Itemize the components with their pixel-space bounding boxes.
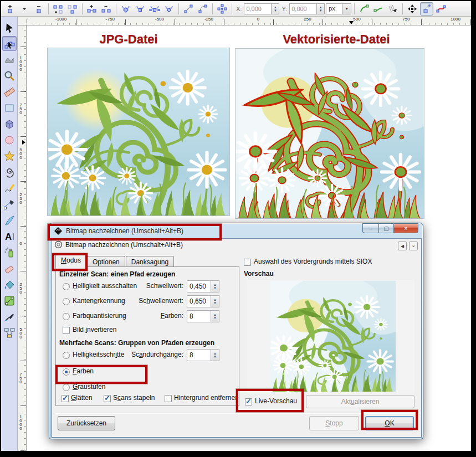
radio-helligkeit-ausschalten[interactable] <box>63 283 70 290</box>
tab-danksagung[interactable]: Danksagung <box>126 256 174 267</box>
dropper-tool[interactable] <box>2 309 17 324</box>
transform-handles-toggle[interactable] <box>406 2 419 16</box>
spinner-down-icon[interactable]: ▼ <box>213 355 217 358</box>
node-editor-tool[interactable] <box>2 36 17 51</box>
object-to-path-button[interactable] <box>216 2 229 16</box>
ok-button[interactable]: OK <box>365 416 414 430</box>
spinner-down-icon[interactable]: ▼ <box>213 301 217 305</box>
radio-kantenerkennung[interactable] <box>63 298 70 305</box>
scandurchgaenge-spinbox[interactable]: 8 ▲▼ <box>187 349 219 361</box>
join-with-segment-button[interactable] <box>85 2 99 16</box>
radio-label[interactable]: Helligkeitsschritte <box>73 351 124 358</box>
checkbox-label[interactable]: Glätten <box>71 394 93 402</box>
break-path-button[interactable] <box>52 2 65 16</box>
radio-helligkeitsschritte[interactable] <box>63 352 70 359</box>
spin-value[interactable]: 0,450 <box>187 280 211 292</box>
siox-label[interactable]: Auswahl des Vordergrunds mittels SIOX <box>254 258 372 265</box>
paint-bucket-tool[interactable] <box>2 277 17 292</box>
spinner-down-icon[interactable]: ▼ <box>319 9 323 12</box>
radio-label[interactable]: Graustufen <box>73 383 105 391</box>
checkbox-hintergrund-entfernen[interactable] <box>165 395 172 402</box>
delete-node-button[interactable] <box>32 2 45 16</box>
spiral-tool[interactable] <box>2 165 17 179</box>
edit-mask-button[interactable] <box>372 2 385 16</box>
smooth-node-button[interactable] <box>134 2 147 16</box>
star-tool[interactable] <box>2 148 17 163</box>
jpg-flower-image[interactable] <box>47 48 230 216</box>
checkbox-glaetten[interactable] <box>62 395 69 402</box>
minimize-button[interactable]: – <box>362 223 378 233</box>
checkbox-live-vorschau[interactable] <box>245 398 252 405</box>
y-spinner[interactable]: ▲▼ <box>317 3 325 14</box>
tweak-tool[interactable] <box>2 52 17 67</box>
checkbox-scans-stapeln[interactable] <box>104 395 111 402</box>
x-coord-input[interactable]: 0,000 <box>244 3 272 14</box>
spinner-arrows[interactable]: ▲▼ <box>211 349 219 361</box>
radio-farben[interactable] <box>63 368 70 376</box>
radio-farbquantisierung[interactable] <box>63 313 70 320</box>
radio-label[interactable]: Farben <box>73 367 94 375</box>
connector-tool[interactable] <box>2 325 17 340</box>
spinner-arrows[interactable]: ▲▼ <box>211 310 219 322</box>
gradient-tool[interactable] <box>2 293 17 308</box>
checkbox-bild-invertieren[interactable] <box>63 327 70 334</box>
spinner-down-icon[interactable]: ▼ <box>274 9 277 12</box>
insert-node-button[interactable] <box>3 2 17 16</box>
ellipse-tool[interactable] <box>2 132 17 147</box>
bezier-pen-tool[interactable] <box>2 197 17 212</box>
stopp-button[interactable]: Stopp <box>309 416 359 430</box>
vectorized-flower-image[interactable] <box>235 48 424 219</box>
checkbox-label[interactable]: Scans stapeln <box>113 394 155 402</box>
unit-select[interactable]: px ▼ <box>326 3 351 14</box>
spin-value[interactable]: 8 <box>187 310 211 322</box>
radio-graustufen[interactable] <box>63 384 70 391</box>
measure-tool[interactable] <box>2 84 17 99</box>
close-button[interactable]: × <box>393 223 418 233</box>
insert-node-menu-caret[interactable] <box>18 2 31 16</box>
horizontal-ruler[interactable]: -1000 -750 -500 -250 0 250 500 750 1000 <box>18 17 471 25</box>
x-coord-field[interactable]: 0,000 ▲▼ <box>244 3 279 14</box>
box-3d-tool[interactable] <box>2 116 17 131</box>
checkbox-siox[interactable] <box>244 259 251 266</box>
join-nodes-button[interactable] <box>66 2 79 16</box>
selector-tool[interactable] <box>2 20 17 35</box>
line-segment-button[interactable] <box>182 2 195 16</box>
spinner-arrows[interactable]: ▲▼ <box>211 280 219 292</box>
delete-segment-button[interactable] <box>100 2 113 16</box>
next-path-effect-param-button[interactable] <box>386 2 400 16</box>
tab-optionen[interactable]: Optionen <box>87 256 125 267</box>
spray-tool[interactable] <box>2 245 17 260</box>
panel-dock-button[interactable]: ◀ <box>398 242 407 250</box>
symmetric-node-button[interactable] <box>148 2 161 16</box>
spin-value[interactable]: 0,650 <box>187 295 211 307</box>
radio-label[interactable]: Farbquantisierung <box>73 312 126 320</box>
pencil-tool[interactable] <box>2 181 17 196</box>
curve-segment-button[interactable] <box>196 2 209 16</box>
dialog-titlebar[interactable]: Bitmap nachzeichnen (Umschalt+Alt+B) – ▢… <box>49 223 423 238</box>
dropdown-icon[interactable]: ▼ <box>342 3 351 14</box>
eraser-tool[interactable] <box>2 261 17 276</box>
spinner-down-icon[interactable]: ▼ <box>213 316 217 320</box>
schwellwert-spinbox[interactable]: 0,450 ▲▼ <box>187 280 219 292</box>
corner-node-button[interactable] <box>119 2 132 16</box>
spinner-down-icon[interactable]: ▼ <box>213 286 217 290</box>
edit-clip-path-button[interactable] <box>357 2 371 16</box>
zuruecksetzen-button[interactable]: Zurücksetzen <box>58 416 115 430</box>
spin-value[interactable]: 8 <box>187 349 211 361</box>
live-vorschau-label[interactable]: Live-Vorschau <box>255 397 297 405</box>
calligraphy-tool[interactable] <box>2 213 17 228</box>
maximize-button[interactable]: ▢ <box>378 223 393 233</box>
unit-value[interactable]: px <box>326 3 342 14</box>
x-spinner[interactable]: ▲▼ <box>272 3 279 14</box>
radio-label[interactable]: Kantenerkennung <box>73 297 125 305</box>
auto-node-button[interactable] <box>162 2 176 16</box>
text-tool[interactable]: A <box>2 229 17 244</box>
tab-modus[interactable]: Modus <box>55 254 86 267</box>
checkbox-label[interactable]: Hintergrund entfernen <box>174 394 239 402</box>
schwellenwert-spinbox[interactable]: 0,650 ▲▼ <box>187 295 219 307</box>
farben-spinbox[interactable]: 8 ▲▼ <box>187 310 219 322</box>
vertical-ruler[interactable]: 1000 750 500 250 0 250 500 750 1000 <box>18 25 27 451</box>
rectangle-tool[interactable] <box>2 100 17 115</box>
aktualisieren-button[interactable]: Aktualisieren <box>306 395 414 408</box>
outline-toggle[interactable] <box>434 2 448 16</box>
